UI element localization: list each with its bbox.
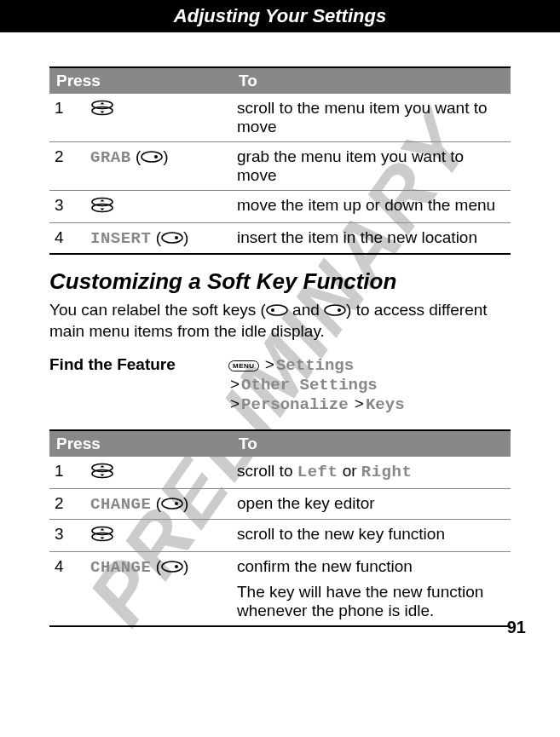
- svg-point-9: [271, 308, 274, 312]
- to-cell: scroll to the menu item you want to move: [232, 94, 511, 142]
- press-cell: GRAB (): [85, 142, 232, 191]
- feature-label: Find the Feature: [49, 355, 228, 414]
- col-header-to: To: [232, 67, 511, 94]
- to-cell: scroll to Left or Right: [232, 457, 511, 489]
- table-row: 1 scroll to the menu item you want to mo…: [49, 94, 511, 142]
- step-number: 4: [49, 551, 85, 626]
- step-number: 2: [49, 488, 85, 519]
- step-number: 3: [49, 519, 85, 551]
- to-text: scroll to: [237, 462, 297, 480]
- step-number: 4: [49, 223, 85, 255]
- path-segment: Settings: [276, 356, 354, 375]
- softkey-left-icon: [266, 301, 288, 321]
- col-header-press: Press: [49, 67, 232, 94]
- press-cell: CHANGE (): [85, 488, 232, 519]
- body-text: and: [288, 301, 324, 319]
- path-segment: Personalize: [241, 395, 348, 414]
- section-body: You can relabel the soft keys ( and ) to…: [49, 300, 511, 342]
- steps-table-2: Press To 1 scroll to Left or Right 2: [49, 429, 511, 627]
- nav-key-icon: [90, 525, 114, 546]
- body-text: You can relabel the soft keys (: [49, 301, 266, 319]
- to-cell: move the item up or down the menu: [232, 191, 511, 223]
- to-text: The key will have the new function whene…: [237, 583, 505, 620]
- softkey-label: INSERT: [90, 229, 151, 248]
- svg-point-11: [338, 308, 341, 312]
- softkey-label: CHANGE: [90, 495, 151, 514]
- softkey-right-icon: [161, 229, 183, 248]
- svg-point-10: [325, 305, 345, 315]
- svg-point-19: [175, 565, 178, 568]
- table-row: 2 GRAB () grab the menu item you want to…: [49, 142, 511, 191]
- col-header-to: To: [232, 430, 511, 457]
- steps-table-1: Press To 1 scroll to the menu item you w…: [49, 66, 511, 255]
- path-segment: Other Settings: [241, 376, 378, 394]
- press-cell: [85, 94, 232, 142]
- table-row: 4 CHANGE () confirm the new function The…: [49, 551, 511, 626]
- svg-point-6: [162, 233, 182, 243]
- mono-text: Right: [361, 463, 413, 481]
- table-row: 3 move the item up or down the menu: [49, 191, 511, 223]
- softkey-right-icon: [141, 148, 163, 167]
- press-cell: [85, 519, 232, 551]
- svg-point-3: [154, 155, 158, 158]
- chapter-title: Adjusting Your Settings: [174, 5, 386, 26]
- mono-text: Left: [297, 463, 338, 481]
- step-number: 2: [49, 142, 85, 191]
- svg-point-8: [267, 305, 287, 315]
- svg-point-18: [162, 561, 182, 572]
- svg-point-7: [175, 236, 178, 239]
- svg-point-2: [141, 152, 162, 162]
- col-header-press: Press: [49, 430, 232, 457]
- path-segment: Keys: [366, 395, 405, 414]
- press-cell: [85, 457, 232, 489]
- softkey-right-icon: [161, 495, 183, 514]
- to-cell: insert the item in the new location: [232, 223, 511, 255]
- to-text: or: [338, 462, 361, 480]
- svg-point-15: [175, 502, 178, 505]
- step-number: 1: [49, 94, 85, 142]
- press-cell: [85, 191, 232, 223]
- nav-key-icon: [90, 196, 114, 217]
- to-text: confirm the new function: [237, 557, 505, 576]
- page-number: 91: [507, 618, 526, 637]
- find-the-feature: Find the Feature MENU >Settings >Other S…: [49, 355, 511, 414]
- to-cell: scroll to the new key function: [232, 519, 511, 551]
- nav-key-icon: [90, 462, 114, 483]
- press-cell: CHANGE (): [85, 551, 232, 626]
- table-row: 2 CHANGE () open the key editor: [49, 488, 511, 519]
- menu-key-icon: MENU: [228, 360, 259, 371]
- table-row: 3 scroll to the new key function: [49, 519, 511, 551]
- softkey-right-icon: [324, 301, 346, 321]
- to-cell: grab the menu item you want to move: [232, 142, 511, 191]
- press-cell: INSERT (): [85, 223, 232, 255]
- step-number: 1: [49, 457, 85, 489]
- svg-point-14: [162, 498, 182, 509]
- table-row: 4 INSERT () insert the item in the new l…: [49, 223, 511, 255]
- to-cell: open the key editor: [232, 488, 511, 519]
- chapter-header: Adjusting Your Settings: [0, 0, 560, 32]
- softkey-label: CHANGE: [90, 558, 151, 577]
- to-cell: confirm the new function The key will ha…: [232, 551, 511, 626]
- softkey-label: GRAB: [90, 148, 131, 167]
- step-number: 3: [49, 191, 85, 223]
- feature-path: MENU >Settings >Other Settings >Personal…: [228, 355, 405, 414]
- softkey-right-icon: [161, 558, 183, 577]
- section-heading: Customizing a Soft Key Function: [49, 268, 511, 295]
- nav-key-icon: [90, 99, 114, 120]
- table-row: 1 scroll to Left or Right: [49, 457, 511, 489]
- tools-icon: [497, 0, 534, 41]
